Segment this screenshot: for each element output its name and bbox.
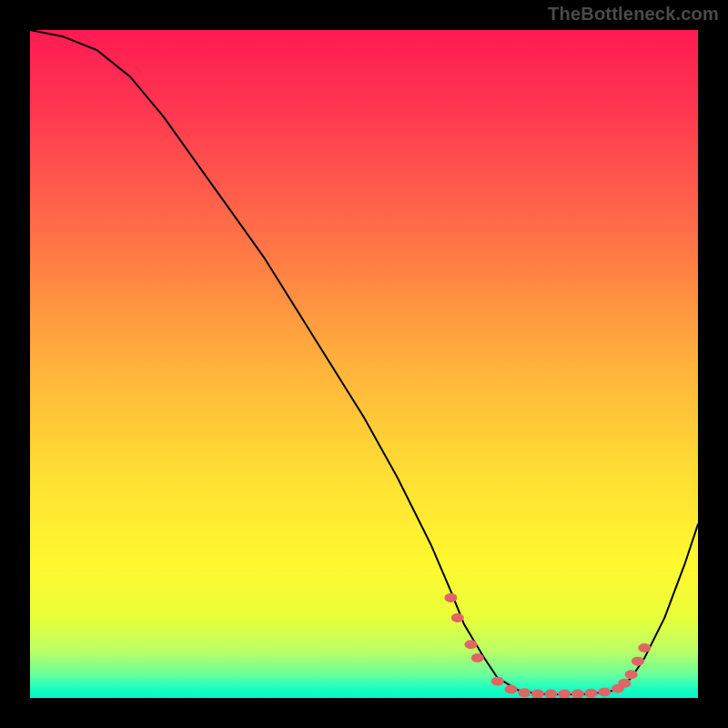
marker-dot <box>464 640 477 649</box>
chart-canvas <box>30 30 698 698</box>
marker-dot <box>632 657 644 666</box>
marker-dot <box>444 593 457 602</box>
marker-dot <box>598 687 611 696</box>
marker-dot <box>491 677 504 686</box>
watermark-text: TheBottleneck.com <box>548 4 719 25</box>
marker-dot <box>471 653 484 662</box>
marker-dot <box>618 679 631 688</box>
marker-dot <box>638 643 651 652</box>
marker-dot <box>625 670 638 679</box>
marker-dot <box>518 688 531 697</box>
plot-frame <box>30 30 698 698</box>
marker-dot <box>504 684 517 693</box>
chart-stage: TheBottleneck.com <box>0 0 728 728</box>
marker-dot <box>585 689 598 698</box>
gradient-background <box>30 30 698 698</box>
marker-dot <box>451 613 464 622</box>
